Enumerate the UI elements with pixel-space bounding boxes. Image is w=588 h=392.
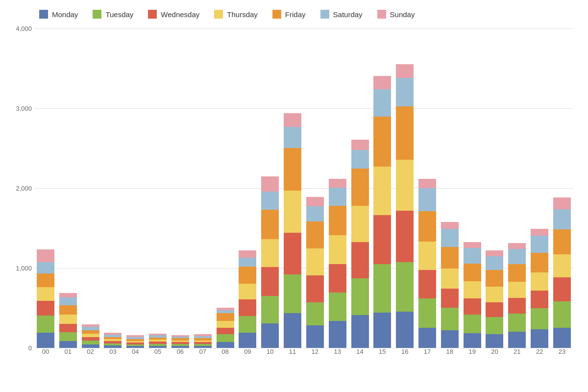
bar-segment-19-saturday bbox=[464, 248, 481, 264]
bar-segment-16-thursday bbox=[396, 160, 414, 211]
bar-segment-16-wednesday bbox=[396, 211, 414, 262]
bar-segment-20-sunday bbox=[486, 250, 503, 256]
stacked-bar-15 bbox=[373, 53, 391, 348]
bar-segment-16-saturday bbox=[396, 78, 414, 106]
x-label-03: 03 bbox=[101, 348, 124, 355]
x-label-22: 22 bbox=[528, 348, 551, 355]
x-label-07: 07 bbox=[192, 348, 214, 355]
bar-segment-01-tuesday bbox=[59, 332, 77, 341]
bar-group-02 bbox=[79, 28, 102, 348]
bar-segment-12-wednesday bbox=[306, 275, 324, 302]
bar-segment-19-friday bbox=[464, 264, 481, 282]
bar-group-05 bbox=[147, 28, 169, 348]
bars-container bbox=[34, 28, 573, 348]
stacked-bar-01 bbox=[59, 215, 77, 348]
stacked-bar-03 bbox=[104, 278, 122, 348]
bar-segment-23-thursday bbox=[553, 254, 571, 277]
bar-segment-15-monday bbox=[373, 313, 391, 348]
stacked-bar-19 bbox=[464, 164, 481, 348]
bar-segment-18-thursday bbox=[441, 269, 459, 289]
bar-segment-21-monday bbox=[508, 332, 526, 348]
bar-segment-22-monday bbox=[531, 329, 548, 348]
bar-segment-15-saturday bbox=[373, 89, 391, 117]
bar-segment-13-wednesday bbox=[329, 264, 346, 293]
bar-segment-02-friday bbox=[82, 330, 99, 334]
bar-segment-10-saturday bbox=[261, 192, 279, 210]
bar-segment-10-thursday bbox=[261, 239, 279, 267]
bar-segment-14-tuesday bbox=[351, 278, 369, 315]
bar-segment-00-thursday bbox=[37, 287, 54, 301]
bar-group-12 bbox=[304, 28, 326, 348]
bar-segment-08-friday bbox=[217, 313, 234, 321]
bar-segment-18-friday bbox=[441, 247, 459, 269]
y-tick-4000: 4,000 bbox=[2, 25, 32, 32]
bar-segment-09-monday bbox=[239, 333, 256, 348]
y-tick-2000: 2,000 bbox=[2, 185, 32, 192]
stacked-bar-18 bbox=[441, 147, 459, 348]
bar-segment-01-wednesday bbox=[59, 324, 77, 332]
stacked-bar-09 bbox=[239, 172, 256, 348]
bar-group-23 bbox=[551, 28, 573, 348]
legend: MondayTuesdayWednesdayThursdayFridaySatu… bbox=[34, 10, 573, 19]
bar-group-21 bbox=[506, 28, 528, 348]
bar-segment-15-wednesday bbox=[373, 215, 391, 264]
bar-segment-12-tuesday bbox=[306, 302, 324, 325]
bar-segment-07-monday bbox=[194, 346, 212, 348]
bar-segment-09-saturday bbox=[239, 258, 256, 267]
bar-segment-15-tuesday bbox=[373, 264, 391, 313]
x-label-09: 09 bbox=[236, 348, 259, 355]
stacked-bar-22 bbox=[531, 153, 548, 348]
legend-item-wednesday: Wednesday bbox=[148, 10, 199, 19]
bar-group-13 bbox=[326, 28, 349, 348]
x-label-10: 10 bbox=[259, 348, 281, 355]
bar-segment-12-sunday bbox=[306, 197, 324, 206]
bar-segment-00-saturday bbox=[37, 262, 54, 273]
bar-segment-15-friday bbox=[373, 117, 391, 167]
bar-group-04 bbox=[124, 28, 147, 348]
bar-group-17 bbox=[416, 28, 439, 348]
bar-segment-19-monday bbox=[464, 333, 481, 348]
bar-segment-16-monday bbox=[396, 312, 414, 348]
bar-segment-05-monday bbox=[149, 346, 167, 348]
bar-group-09 bbox=[236, 28, 259, 348]
bar-segment-17-tuesday bbox=[418, 298, 436, 327]
bar-group-01 bbox=[57, 28, 79, 348]
bar-segment-04-monday bbox=[126, 346, 144, 348]
x-label-18: 18 bbox=[439, 348, 461, 355]
bar-segment-01-monday bbox=[59, 341, 77, 348]
bar-segment-23-wednesday bbox=[553, 277, 571, 301]
bar-segment-23-sunday bbox=[553, 197, 571, 209]
stacked-bar-05 bbox=[149, 281, 167, 348]
bar-segment-00-sunday bbox=[37, 249, 54, 262]
x-label-19: 19 bbox=[461, 348, 484, 355]
stacked-bar-06 bbox=[172, 284, 189, 348]
legend-label-friday: Friday bbox=[285, 10, 306, 19]
bar-group-14 bbox=[349, 28, 371, 348]
bar-segment-23-friday bbox=[553, 229, 571, 254]
legend-label-tuesday: Tuesday bbox=[105, 10, 133, 19]
bar-segment-22-wednesday bbox=[531, 291, 548, 309]
bar-segment-10-wednesday bbox=[261, 267, 279, 296]
bar-group-10 bbox=[259, 28, 281, 348]
stacked-bar-10 bbox=[261, 114, 279, 348]
bar-segment-19-wednesday bbox=[464, 298, 481, 315]
bar-segment-16-friday bbox=[396, 106, 414, 160]
bar-group-03 bbox=[101, 28, 124, 348]
bar-segment-13-sunday bbox=[329, 179, 346, 188]
legend-swatch-monday bbox=[39, 10, 48, 19]
bar-segment-16-sunday bbox=[396, 64, 414, 78]
bar-segment-01-friday bbox=[59, 305, 77, 315]
x-label-15: 15 bbox=[371, 348, 393, 355]
stacked-bar-14 bbox=[351, 90, 369, 348]
stacked-bar-21 bbox=[508, 165, 526, 348]
bar-segment-08-monday bbox=[217, 342, 234, 348]
legend-label-saturday: Saturday bbox=[333, 10, 363, 19]
chart-area: 4,0003,0002,0001,0000 000102030405060708… bbox=[34, 28, 573, 363]
stacked-bar-17 bbox=[418, 116, 436, 348]
stacked-bar-08 bbox=[217, 235, 234, 348]
bar-segment-21-saturday bbox=[508, 249, 526, 264]
bar-segment-17-saturday bbox=[418, 188, 436, 211]
bar-segment-01-thursday bbox=[59, 315, 77, 324]
stacked-bar-07 bbox=[194, 282, 212, 348]
bar-segment-20-thursday bbox=[486, 287, 503, 302]
